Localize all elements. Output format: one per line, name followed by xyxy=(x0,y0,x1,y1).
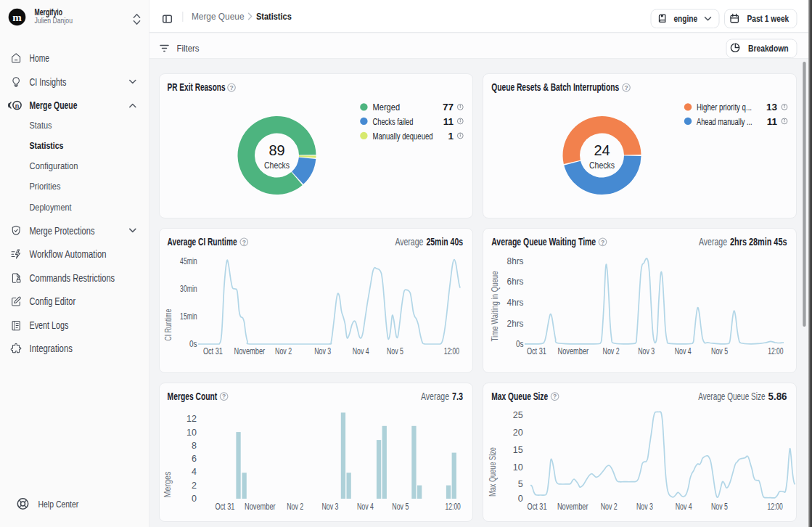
svg-text:0s: 0s xyxy=(516,339,524,349)
svg-text:Oct 31: Oct 31 xyxy=(528,502,547,512)
svg-text:Merged: Merged xyxy=(373,102,401,113)
svg-text:6hrs: 6hrs xyxy=(507,277,524,287)
svg-text:Nov 3: Nov 3 xyxy=(314,346,331,356)
svg-text:?: ? xyxy=(222,393,226,400)
svg-text:77: 77 xyxy=(443,102,454,113)
svg-text:Nov 5: Nov 5 xyxy=(392,502,409,512)
svg-text:Merges: Merges xyxy=(163,472,173,498)
svg-text:Statistics: Statistics xyxy=(30,140,64,151)
svg-text:PR Exit Reasons: PR Exit Reasons xyxy=(168,81,226,93)
svg-text:Past 1 week: Past 1 week xyxy=(747,13,790,24)
svg-text:0: 0 xyxy=(192,494,197,504)
svg-text:89: 89 xyxy=(268,142,284,158)
svg-text:Merge Protections: Merge Protections xyxy=(30,225,95,237)
svg-text:Nov 3: Nov 3 xyxy=(638,346,655,356)
svg-text:n: n xyxy=(15,102,20,110)
svg-text:12:00: 12:00 xyxy=(768,346,783,356)
svg-text:2: 2 xyxy=(192,481,197,491)
svg-text:?: ? xyxy=(242,239,246,246)
svg-text:Commands Restrictions: Commands Restrictions xyxy=(30,272,115,284)
svg-text:12:00: 12:00 xyxy=(767,502,782,512)
svg-text:Checks: Checks xyxy=(264,160,290,171)
svg-text:Average Queue Waiting Time: Average Queue Waiting Time xyxy=(491,236,596,248)
svg-text:Average CI Runtime: Average CI Runtime xyxy=(168,236,237,248)
svg-text:Nov 5: Nov 5 xyxy=(711,502,728,512)
svg-text:Status: Status xyxy=(30,120,52,131)
svg-text:CI Runtime: CI Runtime xyxy=(163,309,173,340)
svg-text:Nov 2: Nov 2 xyxy=(275,346,292,356)
svg-text:Max Queue Size: Max Queue Size xyxy=(491,391,548,402)
svg-text:2hrs: 2hrs xyxy=(507,319,524,329)
svg-text:Ahead manually ...: Ahead manually ... xyxy=(697,116,752,127)
svg-text:November: November xyxy=(558,346,589,356)
svg-text:Nov 2: Nov 2 xyxy=(601,502,618,512)
svg-text:Nov 4: Nov 4 xyxy=(357,502,374,512)
svg-text:Oct 31: Oct 31 xyxy=(215,502,234,512)
svg-text:Home: Home xyxy=(30,52,50,64)
svg-text:24: 24 xyxy=(594,142,610,158)
svg-text:?: ? xyxy=(624,84,628,91)
svg-text:0s: 0s xyxy=(189,339,197,349)
svg-text:engine: engine xyxy=(674,13,698,24)
svg-text:Config Editor: Config Editor xyxy=(30,295,76,307)
svg-text:15min: 15min xyxy=(180,311,197,322)
svg-text:November: November xyxy=(245,502,276,512)
svg-text:Higher priority q...: Higher priority q... xyxy=(697,102,752,113)
svg-text:Nov 2: Nov 2 xyxy=(603,346,620,356)
svg-text:0: 0 xyxy=(518,494,523,504)
svg-text:Average: Average xyxy=(395,236,423,248)
svg-text:11: 11 xyxy=(443,116,454,127)
svg-text:Oct 31: Oct 31 xyxy=(203,346,223,356)
svg-text:Merge Queue: Merge Queue xyxy=(30,99,78,111)
svg-text:Average: Average xyxy=(421,391,449,402)
svg-text:Time Waiting in Queue: Time Waiting in Queue xyxy=(490,271,500,341)
svg-text:Nov 2: Nov 2 xyxy=(287,502,303,512)
svg-text:4: 4 xyxy=(192,467,197,477)
svg-text:Merge Queue: Merge Queue xyxy=(192,11,245,22)
svg-text:13: 13 xyxy=(766,102,778,113)
svg-text:?: ? xyxy=(229,84,233,91)
svg-text:Nov 4: Nov 4 xyxy=(676,502,692,512)
svg-text:4hrs: 4hrs xyxy=(507,298,524,308)
svg-text:m: m xyxy=(12,12,22,23)
svg-text:30min: 30min xyxy=(180,284,197,294)
svg-text:25min 40s: 25min 40s xyxy=(427,236,464,248)
svg-text:Help Center: Help Center xyxy=(38,499,79,510)
svg-text:Filters: Filters xyxy=(177,43,200,54)
svg-text:25: 25 xyxy=(513,410,523,420)
svg-text:Deployment: Deployment xyxy=(30,202,72,213)
svg-text:?: ? xyxy=(601,239,604,246)
svg-text:Priorities: Priorities xyxy=(30,181,61,192)
svg-text:Nov 3: Nov 3 xyxy=(636,502,653,512)
svg-text:Checks: Checks xyxy=(589,160,615,171)
svg-text:Nov 5: Nov 5 xyxy=(711,346,728,356)
svg-text:45min: 45min xyxy=(180,256,197,266)
svg-text:Manually dequeued: Manually dequeued xyxy=(373,131,433,142)
svg-text:10: 10 xyxy=(186,428,197,438)
svg-text:Julien Danjou: Julien Danjou xyxy=(35,16,73,25)
svg-text:12:00: 12:00 xyxy=(444,346,459,356)
svg-text:Nov 4: Nov 4 xyxy=(675,346,692,356)
svg-text:8: 8 xyxy=(192,441,197,451)
svg-text:CI Insights: CI Insights xyxy=(30,76,67,88)
svg-text:Queue Resets & Batch Interrupt: Queue Resets & Batch Interruptions xyxy=(491,81,619,93)
svg-text:Average: Average xyxy=(699,236,727,248)
svg-text:Configuration: Configuration xyxy=(30,160,78,171)
svg-text:1: 1 xyxy=(448,131,454,142)
svg-text:20: 20 xyxy=(513,428,523,438)
svg-text:Nov 5: Nov 5 xyxy=(387,346,403,356)
svg-text:November: November xyxy=(557,502,589,512)
svg-text:Oct 31: Oct 31 xyxy=(527,346,546,356)
svg-text:Integrations: Integrations xyxy=(30,343,73,354)
svg-text:November: November xyxy=(234,346,266,356)
svg-text:15: 15 xyxy=(513,445,523,455)
svg-text:Workflow Automation: Workflow Automation xyxy=(30,248,107,260)
svg-text:6: 6 xyxy=(192,454,197,464)
svg-text:Max Queue Size: Max Queue Size xyxy=(488,447,498,497)
svg-text:?: ? xyxy=(553,393,557,400)
svg-text:Average Queue Size: Average Queue Size xyxy=(698,391,765,402)
svg-text:Checks failed: Checks failed xyxy=(373,116,414,127)
svg-text:Nov 3: Nov 3 xyxy=(322,502,339,512)
svg-text:12:00: 12:00 xyxy=(446,502,461,512)
svg-text:12: 12 xyxy=(186,414,197,424)
